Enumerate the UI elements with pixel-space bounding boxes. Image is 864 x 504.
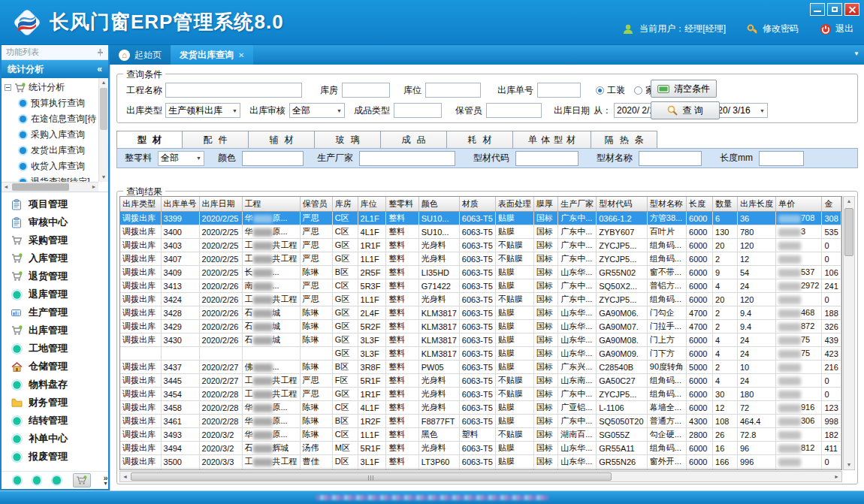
material-tab-配件[interactable]: 配件 xyxy=(183,131,249,148)
column-header-出库日期[interactable]: 出库日期 xyxy=(199,197,242,212)
column-header-生产厂家[interactable]: 生产厂家 xyxy=(558,197,597,212)
tree-item-采购入库查询[interactable]: 采购入库查询 xyxy=(3,127,98,143)
column-header-颜色[interactable]: 颜色 xyxy=(418,197,459,212)
table-row[interactable]: 调拨出库34942020/3/2石辉城汤伟M区5R1F整料光身料6063-T5贴… xyxy=(120,442,841,455)
maximize-button[interactable] xyxy=(827,3,842,16)
scroll-up-icon[interactable]: ▲ xyxy=(844,197,854,206)
sidebar-item-出库管理[interactable]: 出库管理 xyxy=(2,321,108,340)
length-input[interactable] xyxy=(759,151,804,166)
whole-part-select[interactable]: 全部 ▼ xyxy=(158,151,204,166)
tree-root-statistics[interactable]: 统计分析 xyxy=(3,80,98,95)
material-tab-单体型材[interactable]: 单体型材 xyxy=(513,131,591,148)
product-type-input[interactable] xyxy=(394,103,442,118)
profile-code-input[interactable] xyxy=(515,151,579,166)
table-row[interactable]: 调拨出库34932020/3/2华原...陈琳C区1L1F整料黑色塑料不贴膜国标… xyxy=(120,428,841,442)
keeper-input[interactable] xyxy=(486,103,542,118)
sidebar-item-采购管理[interactable]: 采购管理 xyxy=(2,231,108,249)
column-header-出库类型[interactable]: 出库类型 xyxy=(120,197,161,212)
column-header-长度[interactable]: 长度 xyxy=(687,197,713,212)
collapse-node-icon[interactable] xyxy=(5,84,11,91)
material-tab-型材[interactable]: 型材 xyxy=(116,131,183,148)
logout-button[interactable]: 退出 xyxy=(820,23,853,35)
table-row[interactable]: 调拨出库34612020/2/28华原...陈琳B区1R2F整料F8877FT6… xyxy=(120,415,841,428)
tab-shipment-outbound-query[interactable]: 发货出库查询 ✕ xyxy=(171,45,253,65)
table-row[interactable]: 调拨出库34542020/2/28工共工程严思G区1R1F整料光身料6063-T… xyxy=(120,388,841,401)
project-name-input[interactable] xyxy=(165,83,302,98)
maker-input[interactable] xyxy=(359,151,455,166)
table-row[interactable]: 调拨出库35102020/3/4工共工程陈琳F区5R1F整料光身料6063-T5… xyxy=(120,469,841,471)
order-no-input[interactable] xyxy=(537,83,581,98)
sidebar-item-财务管理[interactable]: 财务管理 xyxy=(2,394,108,412)
sidebar-item-退货管理[interactable]: 退货管理 xyxy=(2,267,108,285)
column-header-整零料[interactable]: 整零料 xyxy=(386,197,419,212)
table-row[interactable]: 调拨出库35002020/3/3工共工程曹佳D区3L1F整料LT3P606063… xyxy=(120,455,841,469)
tree-hscrollbar[interactable]: ◄ ► xyxy=(2,182,98,192)
tree-item-收货入库查询[interactable]: 收货入库查询 xyxy=(3,158,98,174)
column-header-表面处理[interactable]: 表面处理 xyxy=(495,197,533,212)
table-row[interactable]: 调拨出库34452020/2/27工共工程严思F区5R1F整料光身料6063-T… xyxy=(120,374,841,388)
column-header-库位[interactable]: 库位 xyxy=(358,197,386,212)
collapse-icon[interactable]: « xyxy=(97,64,102,74)
column-header-出库长度[interactable]: 出库长度 xyxy=(737,197,775,212)
column-header-库房[interactable]: 库房 xyxy=(332,197,358,212)
material-tab-玻璃[interactable]: 玻璃 xyxy=(315,131,381,148)
column-header-保管员[interactable]: 保管员 xyxy=(300,197,332,212)
minimize-button[interactable] xyxy=(810,3,825,16)
sidebar-item-结转管理[interactable]: 结转管理 xyxy=(2,412,108,430)
scroll-down-icon[interactable]: ▼ xyxy=(99,173,108,182)
column-header-工程[interactable]: 工程 xyxy=(242,197,300,212)
sidebar-item-退库管理[interactable]: 退库管理 xyxy=(2,285,108,303)
table-row[interactable]: 调拨出库34092020/2/25长...陈琳B区2R5F整料LI35HD606… xyxy=(120,266,841,279)
column-header-数量[interactable]: 数量 xyxy=(713,197,738,212)
scroll-right-icon[interactable]: ► xyxy=(89,183,98,192)
close-button[interactable] xyxy=(844,3,859,16)
warehouse-input[interactable] xyxy=(342,83,390,98)
table-row[interactable]: 调拨出库34302020/2/26石城陈琳G区3L3F整料KLM38176063… xyxy=(120,333,841,347)
tree-item-在途信息查询[待[interactable]: 在途信息查询[待 xyxy=(3,111,98,127)
sidebar-item-物料盘存[interactable]: 物料盘存 xyxy=(2,376,108,394)
module-dot-icon[interactable] xyxy=(53,476,60,484)
column-header-型材代码[interactable]: 型材代码 xyxy=(597,197,648,212)
table-row[interactable]: 调拨出库34292020/2/26石城陈琳G区5R2F整料KLM38176063… xyxy=(120,320,841,333)
tab-list-caret-icon[interactable]: ▼ xyxy=(853,50,859,57)
profile-name-input[interactable] xyxy=(639,151,702,166)
change-password-button[interactable]: 修改密码 xyxy=(747,23,799,35)
column-header-出库单号[interactable]: 出库单号 xyxy=(161,197,199,212)
table-row[interactable]: 调拨出库34242020/2/26工共工程严思G区1L1F整料光身料6063-T… xyxy=(120,293,841,306)
scroll-down-icon[interactable]: ▼ xyxy=(844,460,854,469)
table-vscrollbar[interactable]: ▲ ▼ xyxy=(843,196,855,470)
scroll-left-icon[interactable]: ◄ xyxy=(2,183,11,192)
column-header-材质[interactable]: 材质 xyxy=(459,197,495,212)
location-input[interactable] xyxy=(425,83,481,98)
table-row[interactable]: 调拨出库34282020/2/26石城陈琳G区2L4F整料KLM38176063… xyxy=(120,306,841,320)
scroll-left-icon[interactable]: ◄ xyxy=(120,472,130,481)
sidebar-item-项目管理[interactable]: 项目管理 xyxy=(2,195,108,213)
sidebar-item-入库管理[interactable]: 入库管理 xyxy=(2,249,108,267)
sidebar-item-审核中心[interactable]: 审核中心 xyxy=(2,213,108,231)
audit-select[interactable]: 全部 ▼ xyxy=(289,103,345,118)
column-header-膜厚[interactable]: 膜厚 xyxy=(533,197,557,212)
module-dot-icon[interactable] xyxy=(14,476,21,484)
table-row[interactable]: 调拨出库33992020/2/25华原...严思C区2L1F整料SU10...6… xyxy=(120,212,841,225)
scroll-right-icon[interactable]: ► xyxy=(832,472,841,481)
table-row[interactable]: 调拨出库34002020/2/25华原...严思C区4L1F整料SU10...6… xyxy=(120,225,841,239)
radio-industrial[interactable]: 工装 xyxy=(596,84,625,97)
column-header-金[interactable]: 金 xyxy=(822,197,841,212)
table-row[interactable]: 调拨出库34372020/2/27佛...陈琳B区3R8F整料PW056063-… xyxy=(120,361,841,374)
cart-module-button[interactable] xyxy=(73,473,91,487)
column-header-单价[interactable]: 单价 xyxy=(775,197,821,212)
table-row[interactable]: 调拨出库34132020/2/26南...严思C区5R3F整料G71422606… xyxy=(120,279,841,293)
table-row[interactable]: G区3L3F整料KLM38176063-T5贴膜国标山东华...GA90M09.… xyxy=(120,347,841,361)
sidebar-item-工地管理[interactable]: 工地管理 xyxy=(2,340,108,358)
material-tab-成品[interactable]: 成品 xyxy=(381,131,447,148)
tree-item-预算执行查询[interactable]: 预算执行查询 xyxy=(3,95,98,111)
tree-item-发货出库查询[interactable]: 发货出库查询 xyxy=(3,143,98,158)
sidebar-group-header[interactable]: 统计分析 « xyxy=(2,60,108,78)
sidebar-item-生产管理[interactable]: 生产管理 xyxy=(2,303,108,321)
tree-vscrollbar[interactable]: ▲ ▼ xyxy=(98,78,108,182)
sidebar-item-仓储管理[interactable]: 仓储管理 xyxy=(2,358,108,376)
tab-home[interactable]: ⌂ 起始页 xyxy=(110,45,171,65)
search-button[interactable]: 查 询 xyxy=(651,101,720,119)
clear-conditions-button[interactable]: 清空条件 xyxy=(651,80,717,98)
sidebar-overflow-button[interactable]: » ▼ xyxy=(103,475,108,487)
